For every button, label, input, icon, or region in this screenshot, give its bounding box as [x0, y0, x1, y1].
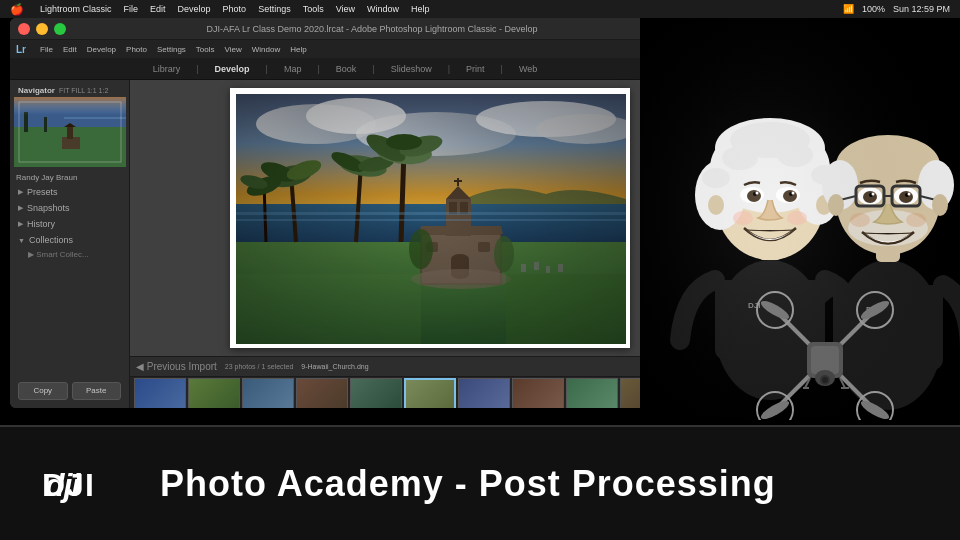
cartoon-people-area: DJI — [640, 0, 960, 420]
nav-thumb-svg — [14, 97, 126, 167]
tab-slideshow[interactable]: Slideshow — [391, 64, 432, 74]
lr-smart-collections: ▶ Smart Collec... — [14, 248, 125, 261]
presets-label: Presets — [27, 187, 58, 197]
lr-menu-help[interactable]: Help — [290, 45, 306, 54]
window-title: DJI-AFA Lr Class Demo 2020.lrcat - Adobe… — [72, 24, 672, 34]
svg-rect-174 — [640, 0, 960, 420]
lr-filmstrip-bar: ◀ Previous Import 23 photos / 1 selected… — [130, 357, 680, 377]
top-section: DJI-AFA Lr Class Demo 2020.lrcat - Adobe… — [0, 0, 960, 420]
svg-rect-57 — [236, 94, 626, 344]
main-photo-svg — [236, 94, 626, 344]
minimize-window-button[interactable] — [36, 23, 48, 35]
dji-logo: dji DJI — [40, 464, 130, 504]
maximize-window-button[interactable] — [54, 23, 66, 35]
lr-menu-file[interactable]: File — [40, 45, 53, 54]
filmstrip-thumb-1[interactable] — [134, 378, 186, 408]
paste-button[interactable]: Paste — [72, 382, 122, 400]
mac-menubar: 🍎 Lightroom Classic File Edit Develop Ph… — [0, 0, 960, 18]
collections-label: Collections — [29, 235, 73, 245]
tab-library[interactable]: Library — [153, 64, 181, 74]
mac-menu-settings[interactable]: Settings — [258, 4, 291, 14]
lr-main-body: Navigator FIT FILL 1:1 1:2 — [10, 80, 680, 408]
lr-photo-count: 23 photos / 1 selected — [225, 363, 294, 370]
filmstrip-thumb-4[interactable] — [296, 378, 348, 408]
filmstrip-thumb-5[interactable] — [350, 378, 402, 408]
lr-menu-tools[interactable]: Tools — [196, 45, 215, 54]
lr-navigator-preview — [14, 97, 126, 167]
tab-map[interactable]: Map — [284, 64, 302, 74]
lr-menu-photo[interactable]: Photo — [126, 45, 147, 54]
module-sep-5: | — [448, 64, 450, 74]
mac-menu-develop[interactable]: Develop — [178, 4, 211, 14]
mac-menu-photo[interactable]: Photo — [223, 4, 247, 14]
filmstrip-thumb-6-active[interactable] — [404, 378, 456, 408]
module-sep-4: | — [372, 64, 374, 74]
lr-navigator-label: Navigator FIT FILL 1:1 1:2 — [14, 84, 125, 97]
svg-text:DJI: DJI — [42, 467, 95, 503]
mac-app-name[interactable]: Lightroom Classic — [40, 4, 112, 14]
mac-menu-file[interactable]: File — [124, 4, 139, 14]
lr-filmstrip: ◀ Previous Import 23 photos / 1 selected… — [130, 356, 680, 408]
lr-main-image-area — [130, 80, 680, 356]
snapshots-label: Snapshots — [27, 203, 70, 213]
filmstrip-thumb-2[interactable] — [188, 378, 240, 408]
lr-center-panel: ◀ Previous Import 23 photos / 1 selected… — [130, 80, 680, 408]
apple-icon: 🍎 — [10, 3, 24, 16]
svg-rect-7 — [67, 127, 73, 139]
filmstrip-thumb-3[interactable] — [242, 378, 294, 408]
lr-menu-settings[interactable]: Settings — [157, 45, 186, 54]
svg-rect-4 — [64, 117, 126, 119]
lr-module-tabs: Library | Develop | Map | Book | Slidesh… — [10, 58, 680, 80]
lr-menu-window[interactable]: Window — [252, 45, 280, 54]
lr-selected-file: 9-Hawaii_Church.dng — [301, 363, 368, 370]
lr-panel-history[interactable]: History — [14, 216, 125, 232]
close-window-button[interactable] — [18, 23, 30, 35]
lr-logo: Lr — [16, 44, 26, 55]
tab-print[interactable]: Print — [466, 64, 485, 74]
bottom-banner: dji DJI Photo Academy - Post Processing — [0, 425, 960, 540]
prev-import-button[interactable]: ◀ Previous Import — [136, 361, 217, 372]
lr-user-label: Randy Jay Braun — [14, 171, 125, 184]
mac-menu-edit[interactable]: Edit — [150, 4, 166, 14]
tab-develop[interactable]: Develop — [215, 64, 250, 74]
mac-battery: 100% — [862, 4, 885, 14]
lr-menu-edit[interactable]: Edit — [63, 45, 77, 54]
cartoon-svg: DJI — [640, 0, 960, 420]
mac-menu-help[interactable]: Help — [411, 4, 430, 14]
module-sep-2: | — [266, 64, 268, 74]
nav-thumbnail-image — [14, 97, 126, 167]
lr-panel-collections[interactable]: Collections — [14, 232, 125, 248]
module-sep-3: | — [317, 64, 319, 74]
mac-status-right: 📶 100% Sun 12:59 PM — [843, 4, 950, 14]
lr-copy-paste-buttons: Copy Paste — [14, 378, 125, 404]
tab-web[interactable]: Web — [519, 64, 537, 74]
copy-button[interactable]: Copy — [18, 382, 68, 400]
filmstrip-thumb-9[interactable] — [566, 378, 618, 408]
lr-titlebar: DJI-AFA Lr Class Demo 2020.lrcat - Adobe… — [10, 18, 680, 40]
lr-main-photo — [236, 94, 626, 344]
mac-wifi-icon: 📶 — [843, 4, 854, 14]
lr-menu-view[interactable]: View — [225, 45, 242, 54]
lr-filmstrip-thumbs — [130, 377, 680, 408]
mac-menu-view[interactable]: View — [336, 4, 355, 14]
lr-app-menubar: Lr File Edit Develop Photo Settings Tool… — [10, 40, 680, 58]
filmstrip-thumb-8[interactable] — [512, 378, 564, 408]
filmstrip-thumb-7[interactable] — [458, 378, 510, 408]
lr-left-panel: Navigator FIT FILL 1:1 1:2 — [10, 80, 130, 408]
mac-menu-window[interactable]: Window — [367, 4, 399, 14]
lr-app-window: DJI-AFA Lr Class Demo 2020.lrcat - Adobe… — [10, 18, 680, 408]
mac-clock: Sun 12:59 PM — [893, 4, 950, 14]
tab-book[interactable]: Book — [336, 64, 357, 74]
lr-photo-frame — [230, 88, 630, 348]
dji-logo-svg: dji DJI — [40, 464, 130, 504]
svg-rect-3 — [44, 117, 47, 132]
svg-rect-5 — [14, 97, 126, 115]
lr-menu-develop[interactable]: Develop — [87, 45, 116, 54]
module-sep-6: | — [501, 64, 503, 74]
module-sep-1: | — [196, 64, 198, 74]
mac-menu-tools[interactable]: Tools — [303, 4, 324, 14]
banner-title: Photo Academy - Post Processing — [160, 463, 776, 505]
lr-panel-presets[interactable]: Presets — [14, 184, 125, 200]
lr-panel-snapshots[interactable]: Snapshots — [14, 200, 125, 216]
history-label: History — [27, 219, 55, 229]
